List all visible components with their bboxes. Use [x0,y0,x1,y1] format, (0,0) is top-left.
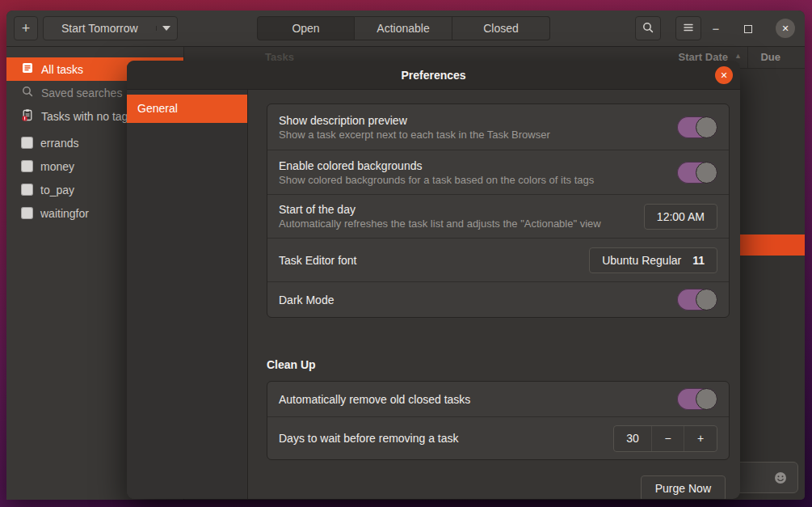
preferences-content: Show description preview Show a task exc… [248,90,740,499]
cleanup-settings-group: Automatically remove old closed tasks Da… [267,381,730,460]
font-chooser-button[interactable]: Ubuntu Regular 11 [589,247,717,273]
pref-title: Enable colored backgrounds [279,159,667,172]
pref-row-start-of-day: Start of the day Automatically refreshes… [267,194,729,238]
search-icon [642,21,654,36]
tag-color-swatch [21,184,33,196]
pref-title: Days to wait before removing a task [279,432,604,445]
column-header-due[interactable]: Due [760,51,780,63]
tag-color-swatch [21,137,33,149]
sidebar-item-label: to_pay [40,184,74,196]
cleanup-section-header: Clean Up [267,358,730,371]
pref-subtitle: Show colored backgrounds for a task base… [279,174,667,186]
tasks-document-icon [21,61,34,77]
tag-color-swatch [21,207,33,219]
sidebar-item-label: All tasks [41,63,83,76]
new-task-button[interactable]: + [14,16,38,40]
menu-button[interactable] [675,16,701,40]
clipboard-alert-icon [21,108,34,124]
tab-closed[interactable]: Closed [452,16,550,40]
pref-row-auto-remove: Automatically remove old closed tasks [267,382,729,416]
sidebar-item-label: Tasks with no tags [41,110,133,123]
days-spinner: 30 − + [613,425,717,452]
emoji-smiley-icon [773,471,788,485]
saved-search-icon [21,85,34,100]
start-tomorrow-dropdown[interactable] [156,26,177,31]
hamburger-icon [682,21,695,36]
purge-now-button[interactable]: Purge Now [641,475,726,499]
search-button[interactable] [635,16,661,40]
window-close-button[interactable]: ✕ [776,19,795,38]
pref-title: Show description preview [279,114,667,127]
colored-backgrounds-toggle[interactable] [677,162,717,184]
general-settings-group: Show description preview Show a task exc… [267,104,730,318]
toggle-knob [696,289,717,311]
dark-mode-toggle[interactable] [677,289,717,311]
sidebar-item-label: money [40,160,74,173]
toggle-knob [696,388,717,410]
dialog-header: Preferences ✕ [127,61,740,90]
spinner-increase-button[interactable]: + [684,426,717,451]
pref-subtitle: Show a task excerpt next to each task in… [279,129,667,141]
pref-row-colored-backgrounds: Enable colored backgrounds Show colored … [267,150,729,194]
window-minimize-button[interactable]: − [708,11,724,47]
pref-row-description-preview: Show description preview Show a task exc… [267,104,729,150]
sidebar-item-label: Saved searches [41,87,122,99]
start-of-day-time-button[interactable]: 12:00 AM [644,204,717,230]
nav-item-general[interactable]: General [127,95,247,123]
sort-indicator-icon: ▲ [734,52,742,60]
start-tomorrow-split-button: Start Tomorrow [43,16,178,40]
pref-subtitle: Automatically refreshes the task list an… [279,218,634,230]
sidebar-item-label: errands [40,137,78,150]
maximize-icon [744,25,752,33]
tab-actionable[interactable]: Actionable [355,16,452,40]
tab-open[interactable]: Open [257,16,355,40]
pref-title: Dark Mode [279,294,667,306]
tag-color-swatch [21,160,33,172]
view-switcher: Open Actionable Closed [257,16,550,40]
auto-remove-toggle[interactable] [677,388,717,410]
pref-row-editor-font: Task Editor font Ubuntu Regular 11 [267,238,729,281]
font-size: 11 [692,254,705,267]
pref-title: Task Editor font [279,254,579,267]
pref-row-days-to-wait: Days to wait before removing a task 30 −… [267,416,729,459]
toggle-knob [696,116,717,138]
preferences-nav: General [127,90,248,499]
dialog-title: Preferences [401,69,465,82]
preferences-dialog: Preferences ✕ General Show description p… [127,61,740,499]
start-tomorrow-button[interactable]: Start Tomorrow [44,22,156,35]
pref-title: Start of the day [279,203,634,216]
description-preview-toggle[interactable] [677,116,717,138]
font-name: Ubuntu Regular [602,254,681,267]
dialog-close-button[interactable]: ✕ [715,66,733,84]
headerbar: + Start Tomorrow Open Actionable Closed … [6,11,805,47]
pref-row-dark-mode: Dark Mode [267,281,729,317]
toggle-knob [696,162,717,184]
pref-title: Automatically remove old closed tasks [279,393,667,406]
days-value-field[interactable]: 30 [614,426,652,451]
spinner-decrease-button[interactable]: − [652,426,684,451]
chevron-down-icon [162,26,170,31]
window-maximize-button[interactable] [740,11,756,47]
sidebar-item-label: waitingfor [40,207,89,220]
column-divider [747,47,748,68]
